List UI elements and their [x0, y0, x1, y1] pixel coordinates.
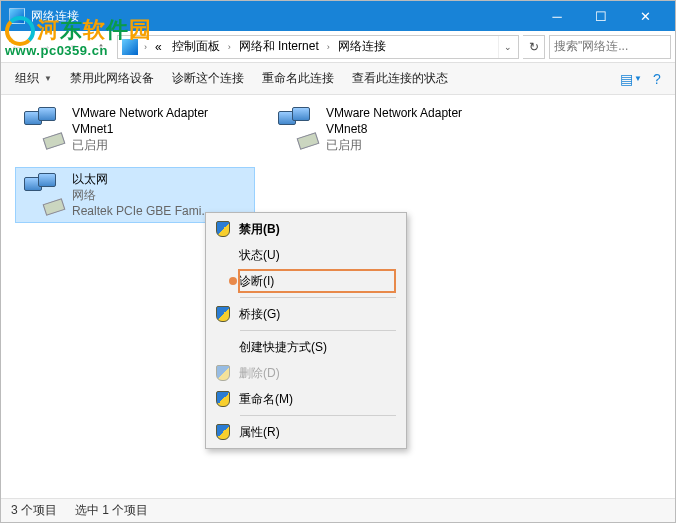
shield-icon	[216, 365, 230, 381]
disable-device-button[interactable]: 禁用此网络设备	[62, 66, 162, 91]
menu-diagnose[interactable]: 诊断(I)	[208, 268, 404, 294]
menu-rename[interactable]: 重命名(M)	[208, 386, 404, 412]
menu-separator	[240, 415, 396, 416]
view-status-button[interactable]: 查看此连接的状态	[344, 66, 456, 91]
search-input[interactable]: 搜索"网络连...	[549, 35, 671, 59]
status-label: 查看此连接的状态	[352, 70, 448, 87]
adapter-name: VMware Network Adapter VMnet8	[326, 105, 504, 137]
address-bar[interactable]: › « 控制面板 › 网络和 Internet › 网络连接 ⌄	[117, 35, 519, 59]
crumb-control-panel[interactable]: 控制面板	[168, 36, 224, 57]
menu-properties-label: 属性(R)	[239, 424, 280, 441]
search-placeholder: 搜索"网络连...	[554, 38, 628, 55]
recent-locations[interactable]: ▾	[61, 35, 85, 59]
menu-properties[interactable]: 属性(R)	[208, 419, 404, 445]
location-icon	[122, 39, 138, 55]
diagnose-label: 诊断这个连接	[172, 70, 244, 87]
menu-bridge[interactable]: 桥接(G)	[208, 301, 404, 327]
context-menu: 禁用(B) 状态(U) 诊断(I) 桥接(G) 创建快捷方式(S) 删除(D) …	[205, 212, 407, 449]
menu-bridge-label: 桥接(G)	[239, 306, 280, 323]
adapter-state: 网络	[72, 187, 211, 203]
menu-shortcut-label: 创建快捷方式(S)	[239, 339, 327, 356]
crumb-network-internet[interactable]: 网络和 Internet	[235, 36, 323, 57]
adapter-desc: Realtek PCIe GBE Fami...	[72, 203, 211, 219]
menu-separator	[240, 330, 396, 331]
diagnose-button[interactable]: 诊断这个连接	[164, 66, 252, 91]
menu-disable-label: 禁用(B)	[239, 221, 280, 238]
disable-label: 禁用此网络设备	[70, 70, 154, 87]
help-button[interactable]: ?	[645, 67, 669, 91]
menu-status-label: 状态(U)	[239, 247, 280, 264]
back-button[interactable]: ←	[5, 35, 29, 59]
forward-button[interactable]: →	[33, 35, 57, 59]
network-adapter-icon	[274, 105, 322, 153]
adapter-vmnet8[interactable]: VMware Network Adapter VMnet8 已启用	[269, 101, 509, 157]
status-selected-count: 选中 1 个项目	[75, 502, 148, 519]
minimize-button[interactable]: ─	[535, 1, 579, 31]
window-title: 网络连接	[31, 8, 535, 25]
rename-label: 重命名此连接	[262, 70, 334, 87]
chevron-right-icon: ›	[142, 42, 149, 52]
organize-button[interactable]: 组织▼	[7, 66, 60, 91]
maximize-button[interactable]: ☐	[579, 1, 623, 31]
adapter-name: VMware Network Adapter VMnet1	[72, 105, 250, 137]
status-item-count: 3 个项目	[11, 502, 57, 519]
chevron-down-icon: ▼	[44, 74, 52, 83]
shield-icon	[216, 424, 230, 440]
menu-shortcut[interactable]: 创建快捷方式(S)	[208, 334, 404, 360]
adapter-state: 已启用	[72, 137, 250, 153]
adapter-name: 以太网	[72, 171, 211, 187]
adapter-vmnet1[interactable]: VMware Network Adapter VMnet1 已启用	[15, 101, 255, 157]
change-view-button[interactable]: ▤▼	[619, 67, 643, 91]
chevron-right-icon: ›	[325, 42, 332, 52]
up-button[interactable]: ↑	[89, 35, 113, 59]
close-button[interactable]: ✕	[623, 1, 667, 31]
network-adapter-icon	[20, 171, 68, 219]
shield-icon	[216, 221, 230, 237]
chevron-right-icon: ›	[226, 42, 233, 52]
rename-button[interactable]: 重命名此连接	[254, 66, 342, 91]
organize-label: 组织	[15, 70, 39, 87]
menu-disable[interactable]: 禁用(B)	[208, 216, 404, 242]
address-dropdown[interactable]: ⌄	[498, 36, 516, 58]
menu-separator	[240, 297, 396, 298]
menu-delete: 删除(D)	[208, 360, 404, 386]
menu-delete-label: 删除(D)	[239, 365, 280, 382]
crumb-root[interactable]: «	[151, 38, 166, 56]
crumb-network-connections[interactable]: 网络连接	[334, 36, 390, 57]
network-adapter-icon	[20, 105, 68, 153]
menu-rename-label: 重命名(M)	[239, 391, 293, 408]
refresh-button[interactable]: ↻	[523, 35, 545, 59]
menu-status[interactable]: 状态(U)	[208, 242, 404, 268]
menu-diagnose-label: 诊断(I)	[239, 273, 274, 290]
app-icon	[9, 8, 25, 24]
shield-icon	[216, 306, 230, 322]
content-area: VMware Network Adapter VMnet1 已启用 VMware…	[1, 95, 675, 499]
shield-icon	[216, 391, 230, 407]
adapter-state: 已启用	[326, 137, 504, 153]
